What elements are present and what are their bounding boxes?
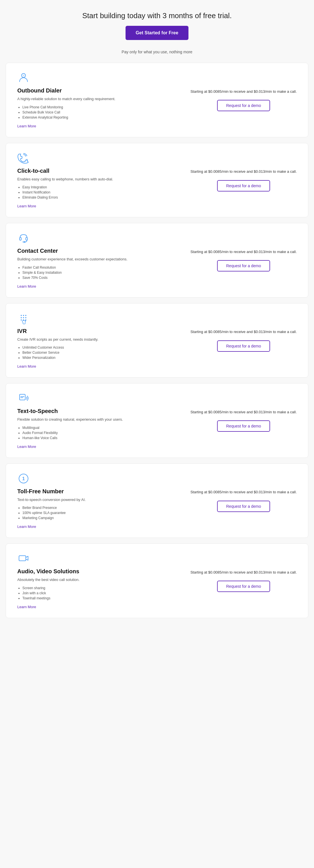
cta-button[interactable]: Get Started for Free bbox=[126, 26, 188, 40]
ivr-demo-button[interactable]: Request for a demo bbox=[217, 340, 270, 352]
audio-video-card: Audio, Video Solutions Absolutely the be… bbox=[6, 544, 308, 618]
feature-item: Faster Call Resolution bbox=[23, 266, 171, 270]
feature-item: Live Phone Call Monitoring bbox=[23, 105, 171, 109]
pay-note: Pay only for what you use, nothing more bbox=[6, 50, 308, 54]
click-to-call-demo-button[interactable]: Request for a demo bbox=[217, 180, 270, 191]
feature-item: Human-like Voice Calls bbox=[23, 436, 171, 440]
toll-free-price: Starting at $0.0085/min to receive and $… bbox=[190, 489, 297, 495]
ivr-title: IVR bbox=[17, 328, 171, 335]
feature-item: Townhall meetings bbox=[23, 596, 171, 600]
feature-item: 100% uptime SLA guarantee bbox=[23, 511, 171, 515]
audio-video-card-right: Starting at $0.0085/min to receive and $… bbox=[190, 569, 297, 592]
cards-section: Outbound Dialer A highly-reliable soluti… bbox=[6, 63, 308, 618]
feature-item: Easy Integration bbox=[23, 185, 171, 189]
toll-free-features: Better Brand Presence 100% uptime SLA gu… bbox=[17, 506, 171, 520]
audio-video-icon bbox=[17, 552, 30, 565]
toll-free-demo-button[interactable]: Request for a demo bbox=[217, 501, 270, 512]
toll-free-number-icon: 1 bbox=[17, 472, 30, 485]
svg-point-9 bbox=[21, 317, 22, 318]
click-to-call-card-right: Starting at $0.0085/min to receive and $… bbox=[190, 169, 297, 191]
text-to-speech-card: Text-to-Speech Flexible solution to crea… bbox=[6, 383, 308, 458]
click-to-call-card: Click-to-call Enables easy calling to we… bbox=[6, 143, 308, 218]
feature-item: Simple & Easy Installation bbox=[23, 271, 171, 275]
audio-video-demo-button[interactable]: Request for a demo bbox=[217, 581, 270, 592]
outbound-dialer-price: Starting at $0.0085/min to receive and $… bbox=[190, 89, 297, 94]
contact-center-demo-button[interactable]: Request for a demo bbox=[217, 260, 270, 272]
feature-item: Save 70% Costs bbox=[23, 276, 171, 280]
feature-item: Marketing Campaign bbox=[23, 516, 171, 520]
contact-center-features: Faster Call Resolution Simple & Easy Ins… bbox=[17, 266, 171, 280]
svg-point-8 bbox=[25, 315, 26, 316]
ivr-card: IVR Create IVR scripts as per current, n… bbox=[6, 303, 308, 378]
click-to-call-title: Click-to-call bbox=[17, 168, 171, 174]
toll-free-card-right: Starting at $0.0085/min to receive and $… bbox=[190, 489, 297, 512]
toll-free-description: Text-to-speech conversion powered by AI. bbox=[17, 497, 171, 503]
audio-video-description: Absolutely the best video call solution. bbox=[17, 577, 171, 583]
click-to-call-icon bbox=[17, 152, 30, 164]
ivr-learn-more[interactable]: Learn More bbox=[17, 364, 36, 369]
feature-item: Screen sharing bbox=[23, 586, 171, 590]
outbound-dialer-features: Live Phone Call Monitoring Schedule Bulk… bbox=[17, 105, 171, 119]
feature-item: Audio Format Flexibility bbox=[23, 431, 171, 435]
feature-item: Multilingual bbox=[23, 426, 171, 430]
svg-point-7 bbox=[23, 315, 24, 316]
contact-center-card-left: Contact Center Building customer experie… bbox=[17, 232, 171, 289]
audio-video-title: Audio, Video Solutions bbox=[17, 568, 171, 575]
click-to-call-price: Starting at $0.0085/min to receive and $… bbox=[190, 169, 297, 175]
text-to-speech-icon bbox=[17, 392, 30, 404]
ivr-card-left: IVR Create IVR scripts as per current, n… bbox=[17, 312, 171, 369]
contact-center-learn-more[interactable]: Learn More bbox=[17, 284, 36, 288]
text-to-speech-learn-more[interactable]: Learn More bbox=[17, 444, 36, 449]
audio-video-learn-more[interactable]: Learn More bbox=[17, 605, 36, 609]
outbound-dialer-learn-more[interactable]: Learn More bbox=[17, 124, 36, 128]
ivr-icon bbox=[17, 312, 30, 324]
svg-rect-18 bbox=[19, 556, 26, 561]
contact-center-card-right: Starting at $0.0085/min to receive and $… bbox=[190, 249, 297, 272]
click-to-call-card-left: Click-to-call Enables easy calling to we… bbox=[17, 152, 171, 209]
svg-rect-3 bbox=[20, 238, 21, 240]
outbound-dialer-card-left: Outbound Dialer A highly-reliable soluti… bbox=[17, 71, 171, 128]
contact-center-card: Contact Center Building customer experie… bbox=[6, 223, 308, 298]
audio-video-card-left: Audio, Video Solutions Absolutely the be… bbox=[17, 552, 171, 609]
text-to-speech-demo-button[interactable]: Request for a demo bbox=[217, 421, 270, 432]
click-to-call-description: Enables easy calling to webphone, number… bbox=[17, 177, 171, 182]
ivr-price: Starting at $0.0085/min to receive and $… bbox=[190, 329, 297, 335]
outbound-dialer-card-right: Starting at $0.0085/min to receive and $… bbox=[190, 89, 297, 112]
audio-video-features: Screen sharing Join with a click Townhal… bbox=[17, 586, 171, 600]
toll-free-card-left: 1 Toll-Free Number Text-to-speech conver… bbox=[17, 472, 171, 529]
outbound-dialer-demo-button[interactable]: Request for a demo bbox=[217, 100, 270, 111]
toll-free-learn-more[interactable]: Learn More bbox=[17, 525, 36, 529]
header-title: Start building today with 3 months of fr… bbox=[6, 11, 308, 20]
outbound-dialer-description: A highly-reliable solution to match ever… bbox=[17, 96, 171, 102]
contact-center-description: Building customer experience that, excee… bbox=[17, 256, 171, 262]
click-to-call-learn-more[interactable]: Learn More bbox=[17, 204, 36, 208]
feature-item: Join with a click bbox=[23, 591, 171, 595]
feature-item: Better Customer Service bbox=[23, 351, 171, 354]
text-to-speech-description: Flexible solution to creating natural, e… bbox=[17, 417, 171, 422]
ivr-features: Unlimited Customer Access Better Custome… bbox=[17, 345, 171, 360]
svg-rect-15 bbox=[20, 394, 25, 400]
feature-item: Better Brand Presence bbox=[23, 506, 171, 510]
feature-item: Eliminate Dialing Errors bbox=[23, 195, 171, 199]
ivr-description: Create IVR scripts as per current, needs… bbox=[17, 337, 171, 342]
svg-point-11 bbox=[25, 317, 26, 318]
click-to-call-features: Easy Integration Instant Notification El… bbox=[17, 185, 171, 199]
text-to-speech-features: Multilingual Audio Format Flexibility Hu… bbox=[17, 426, 171, 440]
feature-item: Wider Personalization bbox=[23, 356, 171, 360]
svg-point-6 bbox=[21, 315, 22, 316]
text-to-speech-title: Text-to-Speech bbox=[17, 408, 171, 414]
text-to-speech-card-right: Starting at $0.0085/min to receive and $… bbox=[190, 409, 297, 432]
outbound-dialer-title: Outbound Dialer bbox=[17, 87, 171, 94]
audio-video-price: Starting at $0.0085/min to receive and $… bbox=[190, 569, 297, 575]
feature-item: Extensive Analytical Reporting bbox=[23, 116, 171, 119]
toll-free-card: 1 Toll-Free Number Text-to-speech conver… bbox=[6, 464, 308, 538]
contact-center-icon bbox=[17, 232, 30, 244]
svg-point-12 bbox=[21, 319, 22, 320]
svg-point-2 bbox=[26, 159, 28, 160]
header-section: Start building today with 3 months of fr… bbox=[6, 11, 308, 54]
feature-item: Instant Notification bbox=[23, 190, 171, 194]
ivr-card-right: Starting at $0.0085/min to receive and $… bbox=[190, 329, 297, 352]
outbound-dialer-card: Outbound Dialer A highly-reliable soluti… bbox=[6, 63, 308, 137]
feature-item: Unlimited Customer Access bbox=[23, 345, 171, 349]
toll-free-title: Toll-Free Number bbox=[17, 488, 171, 495]
